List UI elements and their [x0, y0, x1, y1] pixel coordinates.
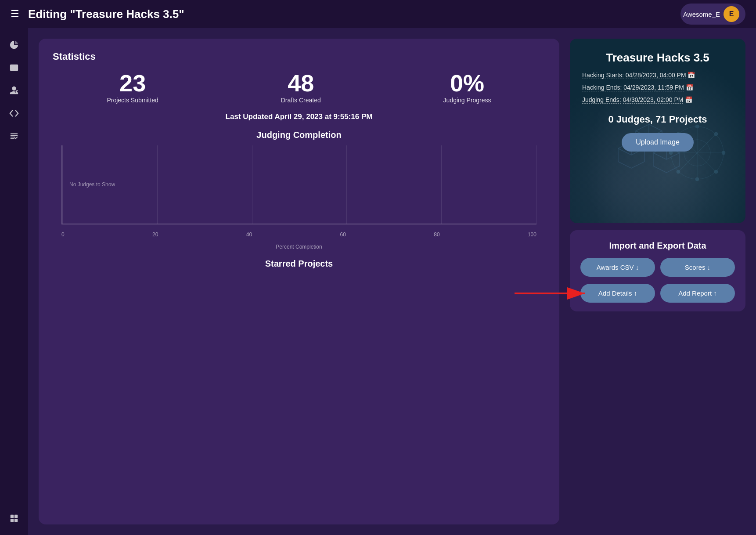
user-edit-icon [9, 86, 19, 95]
sidebar-item-dashboard[interactable] [4, 509, 24, 528]
svg-point-22 [695, 125, 699, 128]
import-export-row-2: Add Details ↑ Add Report ↑ [580, 284, 735, 303]
scores-button[interactable]: Scores ↓ [660, 258, 735, 277]
judging-completion-section: Judging Completion No Judges to Show 0 2… [53, 130, 545, 250]
x-label-60: 60 [340, 231, 346, 238]
sidebar-item-participants[interactable] [4, 81, 24, 100]
chart-grid [62, 145, 536, 224]
statistics-panel: Statistics 23 Projects Submitted 48 Draf… [39, 39, 559, 524]
sidebar-item-messages[interactable] [4, 58, 24, 77]
statistics-title: Statistics [53, 51, 545, 62]
hacking-ends-row: Hacking Ends: 04/29/2023, 11:59 PM 📅 [582, 81, 733, 94]
svg-point-23 [695, 177, 699, 181]
svg-rect-3 [14, 519, 18, 522]
judging-ends-row: Judging Ends: 04/30/2023, 02:00 PM 📅 [582, 94, 733, 106]
last-updated-text: Last Updated April 29, 2023 at 9:55:16 P… [53, 112, 545, 121]
projects-submitted-number: 23 [119, 71, 146, 95]
judging-progress-label: Judging Progress [443, 97, 491, 104]
checklist-icon [9, 131, 19, 141]
stats-metrics-row: 23 Projects Submitted 48 Drafts Created … [53, 71, 545, 104]
starred-projects-title: Starred Projects [53, 259, 545, 269]
grid-line-4 [441, 145, 442, 224]
projects-submitted-label: Projects Submitted [107, 97, 158, 104]
svg-point-27 [714, 132, 718, 136]
x-label-100: 100 [528, 231, 536, 238]
grid-line-1 [157, 145, 158, 224]
svg-point-29 [714, 170, 718, 174]
hackathon-info: Hacking Starts: 04/28/2023, 04:00 PM 📅 H… [582, 69, 733, 106]
user-profile[interactable]: Awesome_E E [680, 4, 745, 25]
sidebar-item-checklist[interactable] [4, 127, 24, 146]
import-export-row-1: Awards CSV ↓ Scores ↓ [580, 258, 735, 277]
upload-image-button[interactable]: Upload Image [622, 133, 694, 152]
hackathon-card: Treasure Hacks 3.5 Hacking Starts: 04/28… [570, 39, 745, 223]
sidebar [0, 28, 28, 535]
grid-line-5 [536, 145, 536, 224]
grid-icon [9, 513, 19, 523]
header: ☰ Editing "Treasure Hacks 3.5" Awesome_E… [0, 0, 756, 28]
hacking-ends-value: 04/29/2023, 11:59 PM [623, 84, 684, 91]
judging-progress-number: 0% [450, 71, 484, 95]
sidebar-item-statistics[interactable] [4, 35, 24, 54]
svg-line-14 [653, 153, 666, 159]
judging-ends-value: 04/30/2023, 02:00 PM [623, 96, 684, 104]
hacking-ends-label: Hacking Ends: [582, 84, 622, 91]
page-title: Editing "Treasure Hacks 3.5" [28, 7, 184, 21]
user-name-label: Awesome_E [683, 11, 720, 18]
x-label-0: 0 [61, 231, 65, 238]
add-report-button[interactable]: Add Report ↑ [660, 284, 735, 303]
grid-line-3 [346, 145, 347, 224]
x-label-40: 40 [246, 231, 252, 238]
drafts-created-stat: 48 Drafts Created [281, 71, 321, 104]
svg-rect-2 [11, 519, 14, 522]
code-icon [9, 108, 19, 118]
projects-submitted-stat: 23 Projects Submitted [107, 71, 158, 104]
mail-icon [9, 63, 19, 72]
sidebar-item-code[interactable] [4, 104, 24, 123]
judging-ends-label: Judging Ends: [582, 96, 621, 104]
x-axis-title: Percent Completion [53, 244, 545, 250]
svg-line-15 [666, 153, 680, 159]
avatar: E [724, 6, 739, 22]
svg-point-28 [677, 170, 680, 174]
grid-line-0 [62, 145, 63, 224]
hacking-starts-value: 04/28/2023, 04:00 PM [626, 72, 686, 79]
pie-chart-icon [9, 40, 19, 50]
hacking-starts-row: Hacking Starts: 04/28/2023, 04:00 PM 📅 [582, 69, 733, 81]
x-label-20: 20 [152, 231, 158, 238]
svg-point-25 [722, 151, 725, 155]
menu-hamburger[interactable]: ☰ [11, 8, 19, 20]
judging-completion-title: Judging Completion [53, 130, 545, 140]
no-judges-label: No Judges to Show [69, 181, 115, 188]
judges-projects-text: 0 Judges, 71 Projects [582, 114, 733, 125]
x-label-80: 80 [434, 231, 439, 238]
main-content: Statistics 23 Projects Submitted 48 Draf… [28, 28, 756, 535]
import-export-title: Import and Export Data [580, 241, 735, 251]
drafts-created-number: 48 [288, 71, 314, 95]
judging-chart: No Judges to Show [61, 145, 536, 224]
add-details-button[interactable]: Add Details ↑ [580, 284, 655, 303]
svg-rect-1 [14, 515, 18, 518]
awards-csv-button[interactable]: Awards CSV ↓ [580, 258, 655, 277]
svg-point-24 [669, 151, 673, 155]
import-export-card: Import and Export Data Awards CSV ↓ Scor… [570, 230, 745, 311]
svg-rect-0 [11, 515, 14, 518]
judging-progress-stat: 0% Judging Progress [443, 71, 491, 104]
cube-decoration [609, 118, 706, 188]
hackathon-title: Treasure Hacks 3.5 [582, 51, 733, 65]
hacking-starts-label: Hacking Starts: [582, 72, 624, 79]
right-panel: Treasure Hacks 3.5 Hacking Starts: 04/28… [570, 39, 745, 524]
drafts-created-label: Drafts Created [281, 97, 321, 104]
chart-x-labels: 0 20 40 60 80 100 [53, 230, 545, 238]
grid-line-2 [252, 145, 252, 224]
